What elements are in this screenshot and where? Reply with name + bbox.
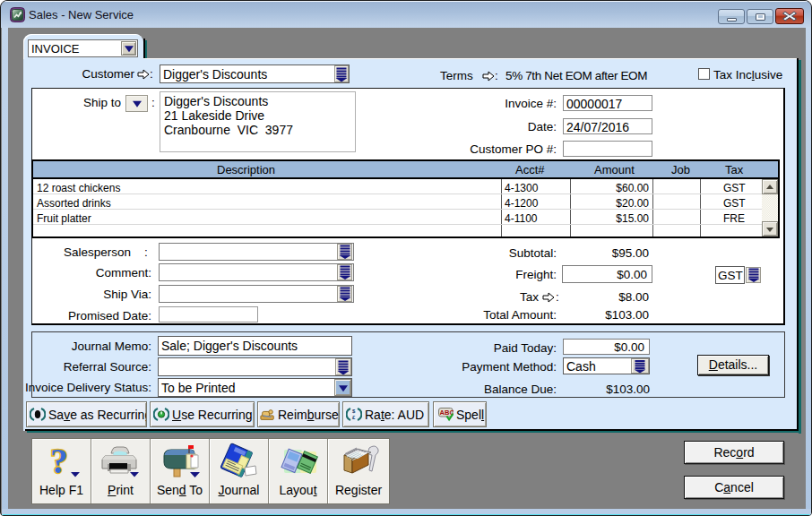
svg-text:£: £ — [352, 415, 356, 420]
svg-text:$: $ — [352, 408, 356, 414]
svg-text:?: ? — [50, 444, 68, 478]
